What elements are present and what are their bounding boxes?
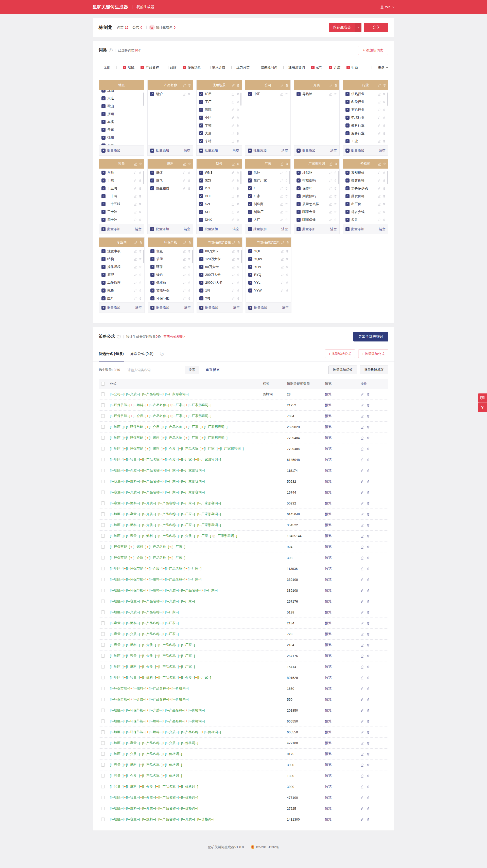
share-button[interactable]: 分享 xyxy=(364,23,388,32)
add-wordclass-button[interactable]: + 添加新词类 xyxy=(358,46,388,55)
delete-icon[interactable] xyxy=(285,179,288,182)
delete-icon[interactable] xyxy=(367,665,370,669)
edit-icon[interactable] xyxy=(183,257,186,260)
preview-link[interactable]: 预览 xyxy=(325,686,332,690)
row-checkbox[interactable] xyxy=(101,763,105,767)
delete-icon[interactable] xyxy=(139,171,142,174)
word-checkbox[interactable]: ✓ xyxy=(199,288,203,292)
delete-icon[interactable] xyxy=(383,210,385,213)
edit-icon[interactable] xyxy=(280,218,283,221)
row-checkbox[interactable] xyxy=(101,774,105,777)
delete-icon[interactable] xyxy=(139,195,142,198)
wordclass-filter[interactable]: 通用形容词 xyxy=(283,65,305,70)
edit-icon[interactable] xyxy=(361,665,364,669)
delete-icon[interactable] xyxy=(188,84,191,87)
clear-button[interactable]: 清空 xyxy=(184,148,191,153)
edit-icon[interactable] xyxy=(361,731,364,734)
edit-icon[interactable] xyxy=(378,93,381,96)
preview-link[interactable]: 预览 xyxy=(325,741,332,745)
wordclass-filter[interactable]: 产品名称 xyxy=(141,65,159,70)
help-icon[interactable]: ? xyxy=(160,352,164,356)
delete-icon[interactable] xyxy=(383,162,386,165)
batch-add-button[interactable]: + 批量添加 xyxy=(248,227,266,231)
word-checkbox[interactable]: ✓ xyxy=(199,194,203,198)
word-checkbox[interactable]: ✓ xyxy=(102,288,106,292)
row-checkbox[interactable] xyxy=(101,730,105,734)
batch-add-button[interactable]: + 批量添加 xyxy=(345,227,364,231)
row-checkbox[interactable] xyxy=(101,654,105,658)
word-checkbox[interactable]: ✓ xyxy=(296,186,300,190)
word-checkbox[interactable]: ✓ xyxy=(199,273,203,277)
delete-icon[interactable] xyxy=(383,195,385,198)
delete-icon[interactable] xyxy=(139,187,142,190)
scrollbar[interactable] xyxy=(241,250,242,263)
edit-icon[interactable] xyxy=(232,297,235,300)
delete-icon[interactable] xyxy=(367,709,370,712)
word-checkbox[interactable]: ✓ xyxy=(199,281,203,285)
edit-icon[interactable] xyxy=(361,393,364,396)
edit-icon[interactable] xyxy=(361,480,364,483)
row-checkbox[interactable] xyxy=(101,578,105,581)
row-checkbox[interactable] xyxy=(101,491,105,494)
delete-icon[interactable] xyxy=(236,108,239,111)
word-checkbox[interactable]: ✓ xyxy=(102,144,106,146)
wordclass-filter[interactable]: 公司 xyxy=(311,65,323,70)
word-checkbox[interactable]: ✓ xyxy=(199,249,203,253)
delete-icon[interactable] xyxy=(237,241,240,244)
word-checkbox[interactable]: ✓ xyxy=(296,210,300,214)
word-checkbox[interactable]: ✓ xyxy=(199,210,203,214)
row-checkbox[interactable] xyxy=(101,632,105,636)
edit-icon[interactable] xyxy=(329,187,332,190)
row-checkbox[interactable] xyxy=(101,807,105,810)
edit-icon[interactable] xyxy=(361,709,364,712)
delete-icon[interactable] xyxy=(367,622,370,625)
edit-icon[interactable] xyxy=(232,241,235,244)
batch-add-button[interactable]: + 批量添加 xyxy=(345,148,364,153)
delete-icon[interactable] xyxy=(139,241,142,244)
delete-icon[interactable] xyxy=(139,179,142,182)
delete-icon[interactable] xyxy=(236,116,239,119)
batch-add-button[interactable]: + 批量添加 xyxy=(150,306,169,310)
edit-icon[interactable] xyxy=(134,195,137,198)
row-checkbox[interactable] xyxy=(101,817,105,821)
edit-icon[interactable] xyxy=(280,187,283,190)
word-checkbox[interactable]: ✓ xyxy=(102,135,106,140)
delete-icon[interactable] xyxy=(367,393,370,396)
delete-icon[interactable] xyxy=(367,469,370,472)
word-checkbox[interactable]: ✓ xyxy=(150,273,154,277)
edit-icon[interactable] xyxy=(231,132,234,135)
edit-icon[interactable] xyxy=(378,179,381,182)
word-checkbox[interactable]: ✓ xyxy=(248,265,252,269)
edit-icon[interactable] xyxy=(361,698,364,701)
delete-icon[interactable] xyxy=(285,93,288,96)
delete-icon[interactable] xyxy=(236,171,239,174)
word-checkbox[interactable]: ✓ xyxy=(150,186,154,190)
delete-icon[interactable] xyxy=(383,116,385,119)
clear-button[interactable]: 清空 xyxy=(184,306,191,310)
row-checkbox[interactable] xyxy=(101,687,105,690)
edit-icon[interactable] xyxy=(378,171,381,174)
clear-button[interactable]: 清空 xyxy=(330,148,337,153)
edit-icon[interactable] xyxy=(378,187,381,190)
edit-icon[interactable] xyxy=(329,218,332,221)
word-checkbox[interactable]: ✓ xyxy=(199,100,203,104)
edit-icon[interactable] xyxy=(183,289,186,292)
word-checkbox[interactable]: ✓ xyxy=(199,131,203,135)
edit-icon[interactable] xyxy=(361,654,364,658)
word-checkbox[interactable]: ✓ xyxy=(102,249,106,253)
user-menu[interactable]: zxq xyxy=(380,5,394,9)
scrollbar[interactable] xyxy=(289,171,290,184)
clear-button[interactable]: 清空 xyxy=(135,306,142,310)
delete-icon[interactable] xyxy=(367,545,370,549)
tab-abnormal-formulas[interactable]: 异常公式 (0条) xyxy=(131,346,153,361)
delete-icon[interactable] xyxy=(286,289,289,292)
delete-icon[interactable] xyxy=(139,273,142,276)
delete-icon[interactable] xyxy=(286,273,289,276)
word-checkbox[interactable]: ✓ xyxy=(102,296,106,301)
edit-icon[interactable] xyxy=(183,281,186,284)
delete-icon[interactable] xyxy=(286,241,289,244)
preview-link[interactable]: 预览 xyxy=(325,566,332,570)
word-checkbox[interactable]: ✓ xyxy=(102,128,106,132)
filter-checkbox[interactable] xyxy=(123,66,126,69)
delete-icon[interactable] xyxy=(367,687,370,690)
